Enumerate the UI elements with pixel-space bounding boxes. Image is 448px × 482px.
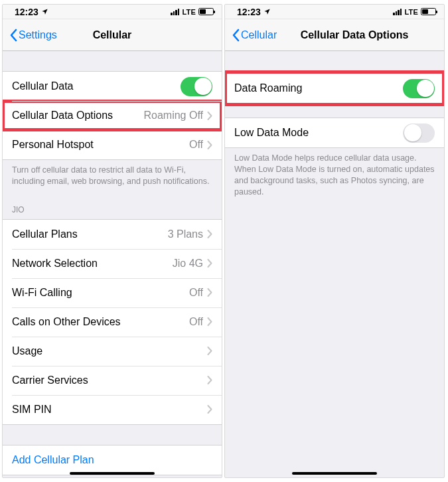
chevron-right-icon [207, 405, 212, 414]
iphone-screen-cellular-data-options: 12:23 LTE Cellular Cellular Data Options [224, 4, 445, 478]
battery-icon [198, 8, 214, 15]
row-cellular-data[interactable]: Cellular Data [3, 72, 222, 101]
chevron-right-icon [207, 112, 212, 120]
chevron-right-icon [207, 259, 212, 268]
personal-hotspot-label: Personal Hotspot [12, 139, 189, 151]
section-header-cellular-data: CELLULAR DATA [3, 475, 222, 477]
sim-pin-label: SIM PIN [12, 404, 207, 416]
cellular-data-label: Cellular Data [12, 80, 181, 92]
status-time: 12:23 [15, 7, 38, 17]
chevron-right-icon [207, 230, 212, 238]
cellular-data-options-label: Cellular Data Options [12, 110, 143, 121]
nav-bar: Settings Cellular [3, 19, 222, 51]
signal-bars-icon [393, 9, 402, 15]
carrier-services-label: Carrier Services [12, 374, 207, 386]
group-data-roaming: Data Roaming [225, 71, 444, 106]
page-title: Cellular Data Options [225, 29, 444, 41]
usage-label: Usage [12, 345, 207, 357]
cellular-plans-value: 3 Plans [168, 228, 203, 240]
row-calls-other-devices[interactable]: Calls on Other Devices Off [3, 307, 222, 337]
status-bar: 12:23 LTE [225, 5, 444, 19]
row-network-selection[interactable]: Network Selection Jio 4G [3, 249, 222, 278]
page-title: Cellular [3, 29, 222, 41]
cellular-data-toggle[interactable] [181, 77, 212, 96]
chevron-right-icon [207, 347, 212, 355]
chevron-right-icon [207, 141, 212, 149]
row-data-roaming[interactable]: Data Roaming [225, 72, 444, 105]
section-header-jio: JIO [3, 193, 222, 219]
chevron-right-icon [207, 317, 212, 326]
nav-bar: Cellular Cellular Data Options [225, 19, 444, 51]
row-wifi-calling[interactable]: Wi-Fi Calling Off [3, 278, 222, 307]
low-data-mode-footer: Low Data Mode helps reduce cellular data… [225, 148, 444, 203]
low-data-mode-toggle[interactable] [403, 123, 435, 143]
personal-hotspot-value: Off [189, 139, 203, 151]
home-indicator[interactable] [292, 472, 377, 475]
wifi-calling-label: Wi-Fi Calling [12, 287, 189, 299]
battery-icon [421, 8, 436, 15]
chevron-right-icon [207, 376, 212, 384]
data-roaming-toggle[interactable] [403, 79, 435, 98]
group-jio: Cellular Plans 3 Plans Network Selection… [3, 219, 222, 425]
location-icon [263, 8, 271, 15]
network-selection-value: Jio 4G [173, 258, 203, 270]
group-add-plan: Add Cellular Plan [3, 445, 222, 475]
low-data-mode-label: Low Data Mode [234, 127, 403, 139]
data-roaming-label: Data Roaming [234, 82, 403, 94]
row-low-data-mode[interactable]: Low Data Mode [225, 118, 444, 147]
row-cellular-plans[interactable]: Cellular Plans 3 Plans [3, 220, 222, 249]
wifi-calling-value: Off [189, 287, 203, 299]
network-selection-label: Network Selection [12, 258, 173, 270]
add-cellular-plan-label: Add Cellular Plan [12, 454, 212, 466]
calls-other-label: Calls on Other Devices [12, 316, 189, 328]
group-cellular-main: Cellular Data Cellular Data Options Roam… [3, 71, 222, 160]
cellular-data-footer: Turn off cellular data to restrict all d… [3, 160, 222, 193]
chevron-right-icon [207, 288, 212, 297]
row-sim-pin[interactable]: SIM PIN [3, 395, 222, 424]
row-cellular-data-options[interactable]: Cellular Data Options Roaming Off [3, 101, 222, 130]
calls-other-value: Off [189, 316, 203, 328]
cellular-plans-label: Cellular Plans [12, 228, 168, 240]
network-type: LTE [182, 8, 196, 16]
cellular-data-options-value: Roaming Off [143, 110, 203, 121]
location-icon [41, 8, 48, 15]
row-carrier-services[interactable]: Carrier Services [3, 366, 222, 395]
row-add-cellular-plan[interactable]: Add Cellular Plan [3, 445, 222, 475]
iphone-screen-cellular: 12:23 LTE Settings Cellular [2, 4, 222, 478]
row-usage[interactable]: Usage [3, 337, 222, 366]
signal-bars-icon [171, 9, 179, 15]
status-bar: 12:23 LTE [3, 5, 222, 19]
home-indicator[interactable] [70, 472, 155, 475]
network-type: LTE [404, 8, 418, 16]
group-low-data-mode: Low Data Mode [225, 118, 444, 148]
status-time: 12:23 [237, 7, 261, 17]
row-personal-hotspot[interactable]: Personal Hotspot Off [3, 130, 222, 159]
